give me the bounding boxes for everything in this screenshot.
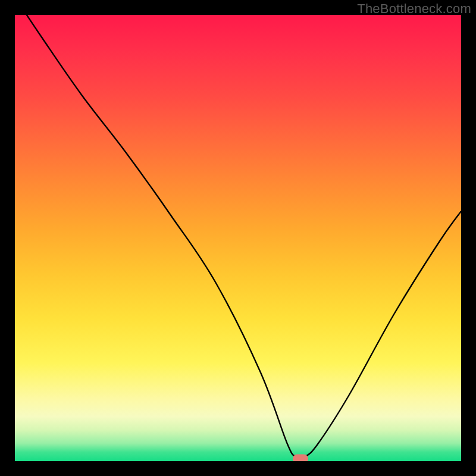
plot-area	[15, 15, 461, 461]
chart-frame: TheBottleneck.com	[0, 0, 476, 476]
bottleneck-curve	[15, 15, 461, 461]
bottleneck-curve-path	[15, 15, 461, 459]
optimum-marker	[293, 454, 308, 461]
